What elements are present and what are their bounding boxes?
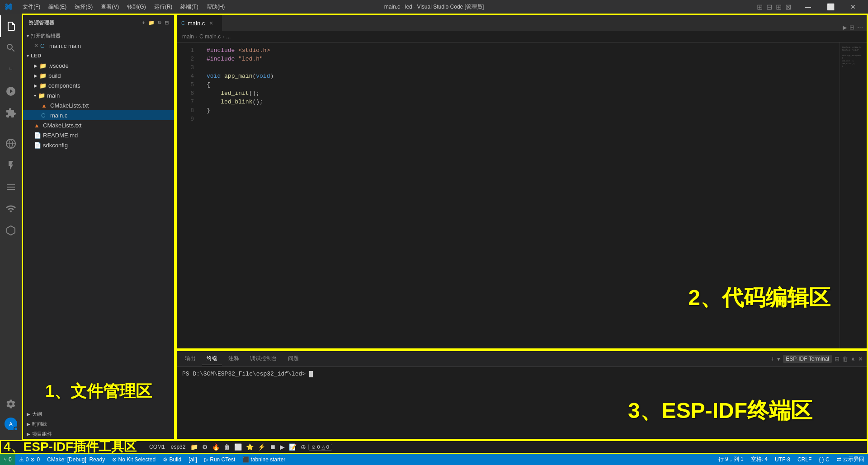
term-tab-debug[interactable]: 调试控制台	[245, 353, 282, 365]
trash-terminal-icon[interactable]: 🗑	[842, 356, 848, 362]
tab-mainc[interactable]: C main.c ×	[177, 15, 222, 31]
menu-terminal[interactable]: 终端(T)	[177, 0, 202, 14]
esp-star-btn[interactable]: ⭐	[244, 443, 255, 451]
new-file-icon[interactable]: +	[142, 20, 146, 26]
status-cmake[interactable]: CMake: [Debug]: Ready	[43, 454, 108, 465]
status-all[interactable]: [all]	[185, 454, 201, 465]
esp-stop-btn[interactable]: ⏹	[268, 443, 278, 451]
status-remote-sync[interactable]: ⇄ 云示异同	[833, 454, 868, 465]
open-editors-section[interactable]: ▾ 打开的编辑器	[23, 31, 174, 41]
activity-search[interactable]	[0, 37, 22, 59]
tree-cmakelists-root[interactable]: ▲ CMakeLists.txt	[23, 120, 174, 130]
activity-git[interactable]: ⑂	[0, 59, 22, 80]
status-spaces[interactable]: 空格: 4	[747, 454, 771, 465]
activity-settings[interactable]	[0, 393, 22, 415]
activity-broadcast[interactable]	[0, 198, 22, 220]
run-code-icon[interactable]: ▶	[843, 24, 847, 31]
status-line-ending[interactable]: CRLF	[794, 454, 815, 465]
layout3-icon[interactable]: ⊠	[785, 3, 791, 11]
restore-button[interactable]: ⬜	[820, 0, 841, 14]
tab-close-mainc[interactable]: ×	[208, 19, 215, 27]
activity-container[interactable]	[0, 220, 22, 241]
esp-chip[interactable]: esp32	[168, 444, 189, 450]
tree-build[interactable]: ▶ 📁 build	[23, 70, 174, 80]
term-tab-terminal[interactable]: 终端	[202, 353, 222, 365]
tree-sdkconfig[interactable]: 📄 sdkconfig	[23, 140, 174, 150]
minimize-button[interactable]: —	[797, 0, 818, 14]
activity-notes[interactable]	[0, 176, 22, 198]
breadcrumb-sep2: ›	[222, 33, 224, 40]
activity-esp[interactable]	[0, 155, 22, 176]
open-file-item[interactable]: ✕ C main.c main	[23, 41, 174, 51]
status-problems[interactable]: ⚠ 0 ⊗ 0	[15, 454, 43, 465]
close-terminal-icon[interactable]: ✕	[858, 356, 863, 362]
activity-debug[interactable]	[0, 80, 22, 102]
status-encoding[interactable]: UTF-8	[771, 454, 794, 465]
avatar-badge	[14, 427, 18, 431]
components-section[interactable]: ▶ 项目组件	[23, 429, 174, 439]
menu-view[interactable]: 查看(V)	[97, 0, 123, 14]
status-build[interactable]: ⚙ Build	[159, 454, 185, 465]
esp-com-port[interactable]: COM1	[146, 444, 168, 450]
status-tabnine[interactable]: ⬛ tabnine starter	[239, 454, 289, 465]
menu-goto[interactable]: 转到(G)	[123, 0, 149, 14]
tree-cmakelists-main[interactable]: ▲ CMakeLists.txt	[23, 100, 174, 110]
window-title: main.c - led - Visual Studio Code [管理员]	[384, 3, 484, 11]
esp-settings-btn[interactable]: ⚙	[200, 443, 210, 451]
tree-components[interactable]: ▶ 📁 components	[23, 80, 174, 90]
close-button[interactable]: ✕	[843, 0, 863, 14]
status-runctest[interactable]: ▷ Run CTest	[201, 454, 239, 465]
esp-bolt-btn[interactable]: ⚡	[256, 443, 267, 451]
tree-mainc[interactable]: C main.c	[23, 110, 174, 120]
esp-monitor-btn[interactable]: ⬜	[232, 443, 244, 451]
status-row-col[interactable]: 行 9，列 1	[715, 454, 747, 465]
term-tab-output[interactable]: 输出	[180, 353, 200, 365]
terminal-dropdown-icon[interactable]: ▾	[777, 356, 780, 362]
outline-section[interactable]: ▶ 大纲	[23, 409, 174, 419]
menu-help[interactable]: 帮助(H)	[203, 0, 229, 14]
status-no-kit[interactable]: ⊗ No Kit Selected	[108, 454, 159, 465]
split-terminal-icon[interactable]: ⊞	[835, 356, 840, 362]
esp-play-btn[interactable]: ▶	[278, 443, 287, 451]
maximize-terminal-icon[interactable]: ∧	[851, 356, 855, 362]
activity-extensions[interactable]	[0, 102, 22, 124]
esp-trash-btn[interactable]: 🗑	[222, 443, 232, 451]
breadcrumb-symbol[interactable]: ...	[226, 33, 231, 40]
menu-select[interactable]: 选择(S)	[71, 0, 96, 14]
refresh-icon[interactable]: ↻	[157, 20, 162, 26]
collapse-icon[interactable]: ⊟	[165, 20, 169, 26]
line-ending-label: CRLF	[797, 456, 811, 463]
account-avatar[interactable]: A	[0, 415, 22, 437]
esp-flash-btn[interactable]: 🔥	[210, 443, 222, 451]
term-tab-problems[interactable]: 问题	[283, 353, 303, 365]
layout2-icon[interactable]: ⊞	[776, 3, 782, 11]
new-folder-icon[interactable]: 📁	[148, 20, 155, 26]
breadcrumb-file[interactable]: C main.c	[199, 33, 221, 40]
editor-pane: C main.c × ▶ ⊞ ⋯ main › C main.c	[175, 14, 868, 350]
split-icon[interactable]: ⊟	[766, 3, 772, 11]
timeline-section[interactable]: ▶ 时间线	[23, 419, 174, 429]
esp-edit-btn[interactable]: 📝	[287, 443, 298, 451]
breadcrumb-main[interactable]: main	[182, 33, 194, 40]
menu-edit[interactable]: 编辑(E)	[45, 0, 70, 14]
menu-run[interactable]: 运行(R)	[151, 0, 176, 14]
components-section-label: 项目组件	[32, 431, 52, 437]
tree-readme[interactable]: 📄 README.md	[23, 130, 174, 140]
status-lang[interactable]: { } C	[815, 454, 833, 465]
readme-label: README.md	[43, 132, 78, 139]
term-tab-notes[interactable]: 注释	[224, 353, 244, 365]
tree-vscode[interactable]: ▶ 📁 .vscode	[23, 61, 174, 70]
new-terminal-icon[interactable]: +	[771, 355, 774, 362]
menu-file[interactable]: 文件(F)	[19, 0, 44, 14]
activity-remote[interactable]	[0, 133, 22, 155]
esp-ext-btn[interactable]: ⊕	[299, 443, 308, 451]
activity-explorer[interactable]	[0, 15, 22, 37]
led-project-section[interactable]: ▾ LED	[23, 51, 174, 61]
open-file-close-icon[interactable]: ✕	[34, 42, 38, 49]
status-source-control[interactable]: ⑂ 0	[0, 454, 15, 465]
more-actions-icon[interactable]: ⋯	[857, 24, 863, 31]
tree-main-folder[interactable]: ▾ 📁 main	[23, 90, 174, 100]
layout-icon[interactable]: ⊞	[757, 3, 763, 11]
split-editor-icon[interactable]: ⊞	[849, 24, 854, 31]
esp-folder-icon[interactable]: 📁	[189, 443, 200, 451]
